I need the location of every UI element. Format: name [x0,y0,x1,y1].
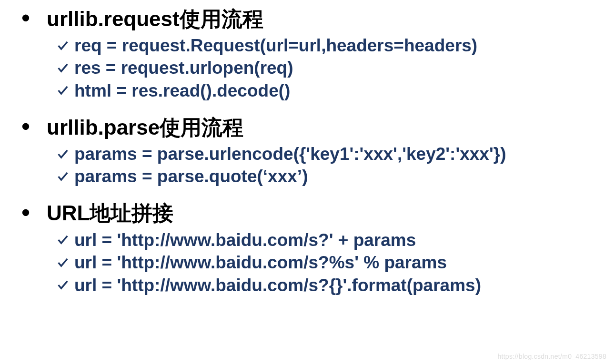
check-icon [56,61,74,75]
heading-text: urllib.request使用流程 [47,7,263,32]
sub-item: html = res.read().decode() [5,79,609,102]
sub-text: html = res.read().decode() [74,79,290,102]
sub-item: url = 'http://www.baidu.com/s?%s' % para… [5,251,609,274]
sub-text: params = parse.quote(‘xxx’) [74,165,308,187]
heading-row: • urllib.parse使用流程 [5,114,609,141]
sub-item: req = request.Request(url=url,headers=he… [5,34,609,57]
check-icon [56,170,74,183]
section-url-concat: • URL地址拼接 url = 'http://www.baidu.com/s?… [5,200,609,296]
check-icon [56,233,74,246]
check-icon [56,278,74,292]
heading-row: • urllib.request使用流程 [5,6,609,32]
sub-item: params = parse.quote(‘xxx’) [5,165,609,187]
sub-text: url = 'http://www.baidu.com/s?{}'.format… [74,274,481,296]
sub-text: url = 'http://www.baidu.com/s?%s' % para… [74,251,447,274]
sub-text: url = 'http://www.baidu.com/s?' + params [74,229,416,251]
heading-text: URL地址拼接 [47,201,173,226]
heading-row: • URL地址拼接 [5,200,609,227]
sub-item: url = 'http://www.baidu.com/s?' + params [5,229,609,251]
sub-item: params = parse.urlencode({'key1':'xxx','… [5,143,609,165]
sub-item: url = 'http://www.baidu.com/s?{}'.format… [5,274,609,296]
sub-text: res = request.urlopen(req) [74,57,293,79]
check-icon [56,39,74,52]
sub-text: req = request.Request(url=url,headers=he… [74,34,477,57]
bullet-icon: • [5,200,47,227]
section-urllib-parse: • urllib.parse使用流程 params = parse.urlenc… [5,114,609,188]
bullet-icon: • [5,6,47,32]
section-urllib-request: • urllib.request使用流程 req = request.Reque… [5,6,609,102]
watermark: https://blog.csdn.net/m0_46213598 [497,353,606,360]
check-icon [56,256,74,269]
slide: • urllib.request使用流程 req = request.Reque… [0,0,614,364]
sub-item: res = request.urlopen(req) [5,57,609,79]
sub-text: params = parse.urlencode({'key1':'xxx','… [74,143,506,165]
check-icon [56,84,74,97]
bullet-icon: • [5,114,47,141]
heading-text: urllib.parse使用流程 [47,115,243,140]
check-icon [56,148,74,161]
